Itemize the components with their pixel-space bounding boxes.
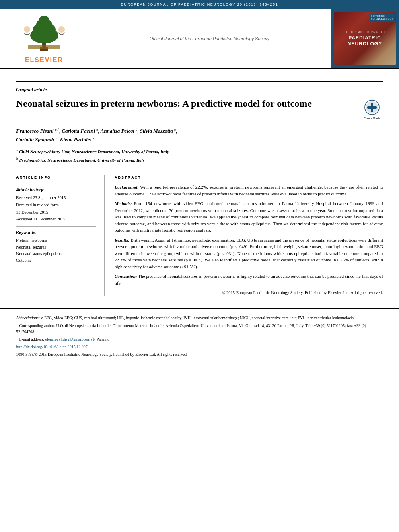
corresponding-label: * Corresponding author. (16, 323, 55, 328)
conclusion-text: The presence of neonatal seizures in pre… (115, 274, 383, 286)
email-label: E-mail address: (19, 337, 44, 341)
author-pavlidis: Elena Pavlidis (60, 136, 91, 142)
email-line: E-mail address: elena.pavlidis2@gmail.co… (16, 336, 383, 342)
abstract-heading: ABSTRACT (115, 175, 383, 180)
elsevier-logo-area: ELSEVIER (0, 9, 88, 68)
keywords-label: Keywords: (16, 230, 96, 236)
svg-point-7 (58, 26, 65, 33)
info-divider-2 (16, 226, 96, 227)
author-pisani: Francesco Pisani (16, 128, 54, 134)
article-title-text: Neonatal seizures in preterm newborns: A… (16, 97, 355, 109)
corresponding-text: U.O. di Neuropsichiatria Infantile, Dipa… (16, 323, 366, 334)
author-mazzotta: Silvia Mazzotta (140, 128, 173, 134)
keyword-1: Preterm newborns (16, 238, 96, 244)
article-info-heading: ARTICLE INFO (16, 175, 96, 180)
keyword-3: Neonatal status epilepticus (16, 251, 96, 257)
journal-logo-overlay-text: EUROPEAN JOURNAL OF PAEDIATRICNEUROLOGY (344, 30, 386, 47)
keyword-2: Neonatal seizures (16, 244, 96, 251)
keyword-4: Outcome (16, 258, 96, 264)
received-1: Received 23 September 2015 (16, 195, 96, 201)
background-text: With a reported prevalence of 22.2%, sei… (115, 185, 383, 196)
abstract-column: ABSTRACT Background: With a reported pre… (105, 175, 383, 296)
official-journal-text: Official Journal of the European Paediat… (150, 36, 269, 42)
corresponding-line: * Corresponding author. U.O. di Neuropsi… (16, 322, 383, 335)
history-label: Article history: (16, 187, 96, 193)
abbreviations-label: Abbreviations: (16, 316, 40, 320)
abbreviations-line: Abbreviations: v-EEG, video-EEG; CUS, ce… (16, 315, 383, 321)
affiliations-area: a Child Neuropsychiatry Unit, Neuroscien… (16, 148, 383, 163)
issn-line: 1090-3798/© 2015 European Paediatric Neu… (16, 351, 383, 357)
doi-link[interactable]: http://dx.doi.org/10.1016/j.ejpn.2015.12… (16, 345, 88, 349)
svg-point-6 (24, 26, 30, 33)
abstract-conclusion: Conclusion: The presence of neonatal sei… (115, 273, 383, 286)
crossmark-label: CrossMark (364, 117, 380, 121)
received-revised-label: Received in revised form (16, 202, 96, 208)
journal-cover-image: EUROPEAN JOURNAL OF PAEDIATRICNEUROLOGY … (334, 12, 396, 65)
elsevier-logo: ELSEVIER (18, 13, 70, 64)
info-divider-1 (16, 184, 96, 184)
article-info-column: ARTICLE INFO Article history: Received 2… (16, 175, 105, 296)
received-2: 13 December 2015 (16, 210, 96, 216)
journal-logo-right: EUROPEAN JOURNAL OF PAEDIATRICNEUROLOGY … (331, 9, 399, 68)
methods-text: From 154 newborns with video-EEG confirm… (115, 201, 383, 232)
conclusion-label: Conclusion: (115, 274, 137, 279)
affiliation-a: a Child Neuropsychiatry Unit, Neuroscien… (16, 148, 383, 155)
author-facini: Carlotta Facini (62, 128, 95, 134)
header-center-text: Official Journal of the European Paediat… (88, 9, 331, 68)
page: EUROPEAN JOURNAL OF PAEDIATRIC NEUROLOGY… (0, 0, 399, 532)
main-content: Original article Neonatal seizures in pr… (0, 69, 399, 300)
methods-label: Methods: (115, 201, 132, 206)
footnotes-divider (16, 304, 383, 304)
two-column-layout: ARTICLE INFO Article history: Received 2… (16, 175, 383, 296)
results-label: Results: (115, 238, 130, 242)
email-link[interactable]: elena.pavlidis2@gmail.com (45, 337, 90, 341)
article-title-area: Neonatal seizures in preterm newborns: A… (16, 97, 383, 121)
authors-area: Francesco Pisani a,*, Carlotta Facini a,… (16, 127, 383, 144)
article-type-label: Original article (16, 86, 383, 93)
svg-point-5 (39, 16, 49, 25)
header-divider (16, 81, 383, 82)
affiliation-b: b Psychometrics, Neuroscience Department… (16, 156, 383, 163)
accepted: Accepted 21 December 2015 (16, 216, 96, 222)
author-spagnoli: Carlotta Spagnoli (16, 136, 54, 142)
affiliations-divider (16, 170, 383, 170)
abstract-methods: Methods: From 154 newborns with video-EE… (115, 200, 383, 234)
background-label: Background: (115, 185, 139, 189)
author-pelosi: Annalisa Pelosi (101, 128, 134, 134)
journal-citation: EUROPEAN JOURNAL OF PAEDIATRIC NEUROLOGY… (121, 2, 278, 6)
abstract-background: Background: With a reported prevalence o… (115, 184, 383, 197)
journal-top-bar: EUROPEAN JOURNAL OF PAEDIATRIC NEUROLOGY… (0, 0, 399, 9)
footnotes-area: Abbreviations: v-EEG, video-EEG; CUS, ce… (0, 308, 399, 363)
doi-line: http://dx.doi.org/10.1016/j.ejpn.2015.12… (16, 344, 383, 350)
abstract-results: Results: Birth weight, Apgar at 1st minu… (115, 237, 383, 270)
elsevier-tree-icon (18, 13, 70, 53)
results-text: Birth weight, Apgar at 1st minute, neuro… (115, 238, 383, 269)
elsevier-name: ELSEVIER (25, 55, 63, 64)
crossmark-area[interactable]: CrossMark (361, 99, 383, 121)
abbreviations-text: v-EEG, video-EEG; CUS, cerebral ultrasou… (41, 316, 355, 320)
journal-header: ELSEVIER Official Journal of the Europea… (0, 9, 399, 69)
email-suffix: (F. Pisani). (91, 337, 109, 341)
copyright-text: © 2015 European Paediatric Neurology Soc… (115, 290, 383, 296)
svg-rect-13 (367, 106, 377, 109)
crossmark-icon (364, 99, 380, 115)
